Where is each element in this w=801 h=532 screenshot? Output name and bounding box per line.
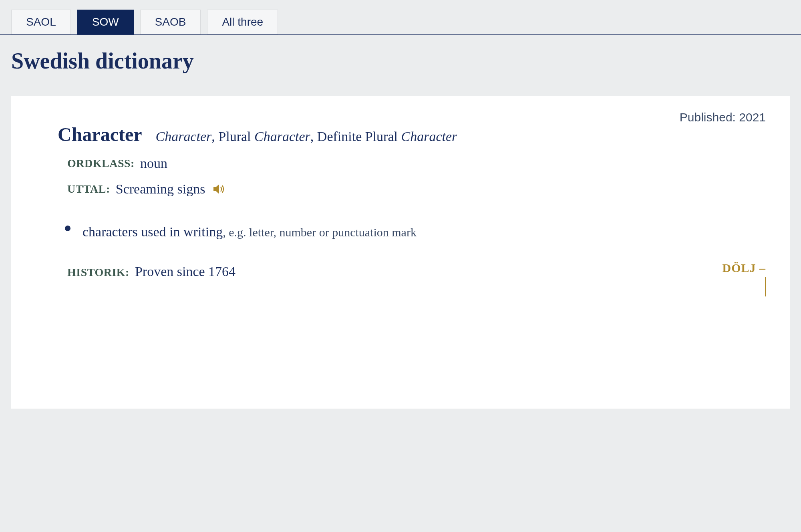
inflection-defplural: Character <box>401 129 457 144</box>
uttal-row: UTTAL: Screaming signs <box>67 181 766 197</box>
inflection-defplural-label: Definite Plural <box>317 129 398 144</box>
bullet-icon <box>65 226 70 231</box>
historik-label: HISTORIK: <box>67 266 129 279</box>
tab-sow[interactable]: SOW <box>77 10 134 34</box>
historik-row: HISTORIK: Proven since 1764 <box>67 264 766 279</box>
uttal-label: UTTAL: <box>67 183 110 195</box>
definition-block: characters used in writing, e.g. letter,… <box>83 222 766 242</box>
inflection-base: Character <box>156 129 212 144</box>
tab-saob[interactable]: SAOB <box>140 10 201 34</box>
definition-row: characters used in writing, e.g. letter,… <box>83 222 766 242</box>
published-label: Published: 2021 <box>680 111 766 124</box>
ordklass-row: ORDKLASS: noun <box>67 156 766 171</box>
audio-icon[interactable] <box>213 183 225 195</box>
dictionary-tabs: SAOL SOW SAOB All three <box>0 0 801 35</box>
tab-saol[interactable]: SAOL <box>11 10 71 34</box>
hide-label[interactable]: DÖLJ – <box>722 261 766 275</box>
inflection-group: Character, Plural Character, Definite Pl… <box>156 129 457 144</box>
tab-all-three[interactable]: All three <box>207 10 278 34</box>
uttal-value: Screaming signs <box>116 181 205 197</box>
inflection-plural: Character <box>254 129 310 144</box>
inflection-plural-label: Plural <box>218 129 251 144</box>
entry-card: Published: 2021 Character Character, Plu… <box>11 96 790 409</box>
headword: Character <box>58 123 142 145</box>
definition-main: characters used in writing <box>83 224 223 239</box>
page-title: Swedish dictionary <box>0 35 801 96</box>
ordklass-label: ORDKLASS: <box>67 157 135 170</box>
hide-bar <box>765 277 766 296</box>
historik-value: Proven since 1764 <box>135 264 235 279</box>
definition-explanation: , e.g. letter, number or punctuation mar… <box>223 226 417 239</box>
hide-toggle[interactable]: DÖLJ – <box>722 261 766 296</box>
ordklass-value: noun <box>140 156 167 171</box>
headword-row: Character Character, Plural Character, D… <box>58 123 766 145</box>
